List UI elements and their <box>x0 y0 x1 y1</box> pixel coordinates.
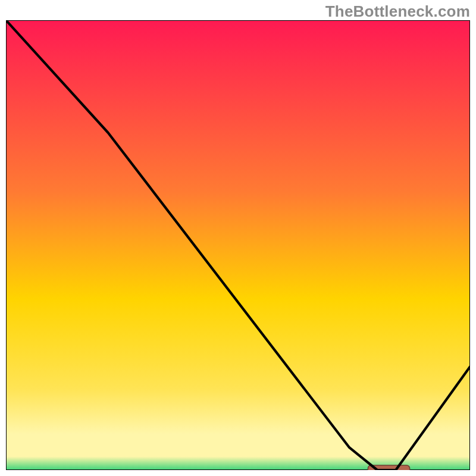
gradient-background <box>6 20 470 470</box>
watermark-text: TheBottleneck.com <box>325 2 470 21</box>
chart-frame: TheBottleneck.com <box>0 0 476 476</box>
chart-svg <box>6 20 470 470</box>
plot-area <box>6 20 470 470</box>
